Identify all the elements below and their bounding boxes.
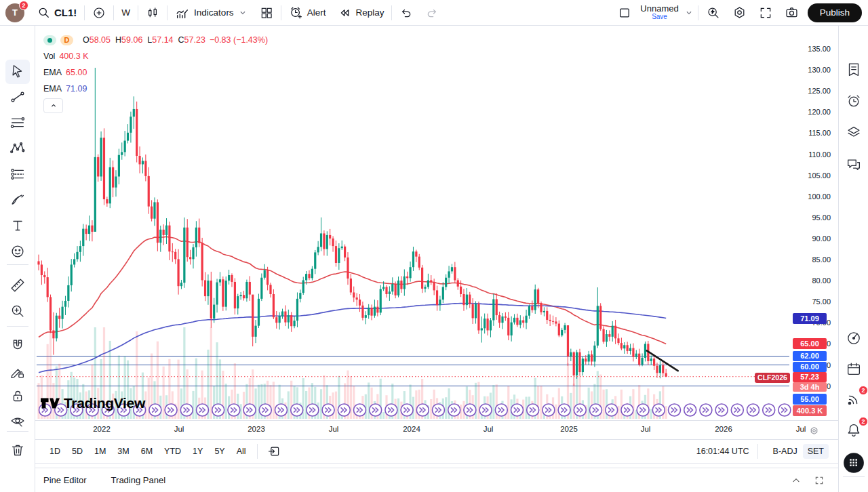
price-tick: 95.00 (791, 213, 831, 222)
legend-collapse-button[interactable] (43, 98, 63, 113)
tool-remove-all-button[interactable] (5, 438, 30, 463)
price-tick: 110.00 (791, 150, 831, 159)
axis-settings-button[interactable] (806, 424, 821, 437)
sidebar-apps-button[interactable] (842, 451, 866, 475)
apps-icon (843, 452, 865, 474)
sidebar-streams-button[interactable]: 2 (842, 387, 866, 411)
clock[interactable]: 16:01:44 UTC (696, 447, 749, 456)
chart-style-button[interactable] (140, 0, 165, 26)
ruler-icon (9, 276, 26, 294)
range-1y-button[interactable]: 1Y (188, 444, 208, 459)
tool-emoji-button[interactable] (5, 239, 30, 264)
tool-brush-button[interactable] (5, 188, 30, 212)
settlement-button[interactable]: SET (803, 444, 829, 459)
compare-add-button[interactable] (86, 0, 112, 26)
range-1m-button[interactable]: 1M (90, 444, 111, 459)
zoom-in-icon (9, 302, 26, 320)
redo-button[interactable] (419, 0, 445, 26)
ema2-legend-label: EMA (43, 84, 62, 94)
panel-maximize-icon[interactable] (814, 475, 825, 486)
ema-line-1[interactable] (39, 237, 666, 344)
sidebar-watchlist-button[interactable] (842, 58, 866, 82)
watermark-text: TradingView (64, 395, 145, 411)
tool-draw-lock-button[interactable] (5, 360, 30, 384)
tool-hide-all-button[interactable] (5, 409, 30, 433)
multichart-layout-button[interactable] (254, 0, 279, 26)
price-scale[interactable]: 135.00130.00125.00120.00115.00110.00105.… (791, 26, 838, 420)
symbol-search-button[interactable]: CL1! (31, 0, 83, 26)
change-value: −0.83 (−1.43%) (210, 35, 268, 45)
sidebar-calendar-button[interactable] (842, 357, 866, 382)
single-layout-icon (618, 6, 631, 20)
snapshot-button[interactable] (778, 0, 805, 26)
lock-all-icon (9, 388, 26, 405)
price-tick: 100.00 (791, 192, 831, 201)
range-all-button[interactable]: All (232, 444, 251, 459)
undo-button[interactable] (393, 0, 419, 26)
tool-ruler-button[interactable] (5, 273, 30, 298)
tool-magnet-button[interactable] (5, 334, 30, 358)
panel-tab-pine-editor[interactable]: Pine Editor (43, 475, 87, 485)
user-avatar[interactable]: T 2 (5, 3, 24, 22)
market-status-pill[interactable] (43, 35, 56, 45)
ema1-legend-value: 65.00 (66, 68, 87, 77)
tool-lock-all-button[interactable] (5, 384, 30, 409)
panel-expand-icon[interactable] (791, 475, 802, 486)
watchlist-icon (845, 61, 863, 79)
last-price-label: 57.23 (793, 372, 827, 382)
brush-icon (9, 191, 26, 209)
sidebar-alerts-button[interactable] (842, 89, 866, 113)
range-3m-button[interactable]: 3M (113, 444, 134, 459)
chart-legend: D O58.05H59.06L57.14C57.23 −0.83 (−1.43%… (43, 34, 268, 99)
tool-pattern-button[interactable] (5, 136, 30, 161)
sidebar-chat-button[interactable] (842, 152, 866, 177)
sidebar-radar-button[interactable] (842, 326, 866, 350)
contract-switch-markers[interactable] (39, 404, 791, 416)
range-1d-button[interactable]: 1D (45, 444, 65, 459)
settings-button[interactable] (726, 0, 753, 26)
go-to-date-button[interactable] (267, 445, 281, 458)
adjust-data-button[interactable]: B-ADJ (769, 444, 802, 459)
time-axis[interactable]: 2022Jul2023Jul2024Jul2025Jul2026Jul (35, 420, 838, 439)
tool-zoom-in-button[interactable] (5, 299, 30, 323)
tool-fib-retracement-button[interactable] (5, 110, 30, 135)
indicators-button[interactable]: Indicators (169, 0, 254, 26)
price-tick: 85.00 (791, 255, 831, 264)
radar-icon (845, 329, 863, 347)
sidebar-help-button[interactable] (842, 489, 866, 492)
interval-badge[interactable]: D (60, 35, 73, 45)
tool-trend-line-button[interactable] (5, 85, 30, 109)
alert-button[interactable]: Alert (283, 0, 332, 26)
replay-label: Replay (355, 7, 384, 18)
layout-name-button[interactable]: Unnamed Save (637, 0, 681, 26)
sidebar-layers-button[interactable] (842, 120, 866, 144)
layout-menu-button[interactable] (682, 0, 696, 26)
indicators-label: Indicators (194, 7, 234, 18)
divider (391, 5, 392, 20)
level-60-label: 60.00 (793, 362, 827, 372)
tool-forecast-button[interactable] (5, 162, 30, 186)
layout-button[interactable] (612, 0, 637, 26)
publish-button[interactable]: Publish (808, 3, 862, 22)
range-5d-button[interactable]: 5D (67, 444, 87, 459)
quick-search-button[interactable] (700, 0, 726, 26)
replay-icon (338, 6, 351, 20)
range-6m-button[interactable]: 6M (136, 444, 157, 459)
volume-price-label: 400.3 K (793, 405, 827, 416)
tool-cursor-button[interactable] (5, 60, 30, 84)
replay-button[interactable]: Replay (332, 0, 390, 26)
range-5y-button[interactable]: 5Y (210, 444, 229, 459)
time-label-2024: 2024 (403, 425, 420, 433)
divider (843, 476, 865, 477)
fullscreen-button[interactable] (753, 0, 778, 26)
tool-text-button[interactable] (5, 213, 30, 238)
interval-value: W (121, 7, 130, 18)
save-link[interactable]: Save (652, 14, 667, 21)
sidebar-notifications-button[interactable]: 2 (842, 418, 866, 443)
interval-button[interactable]: W (115, 0, 136, 26)
range-ytd-button[interactable]: YTD (159, 444, 186, 459)
ema1-legend-label: EMA (43, 68, 62, 77)
price-tick: 120.00 (791, 108, 831, 116)
divider (113, 5, 114, 20)
panel-tab-trading-panel[interactable]: Trading Panel (111, 475, 165, 485)
